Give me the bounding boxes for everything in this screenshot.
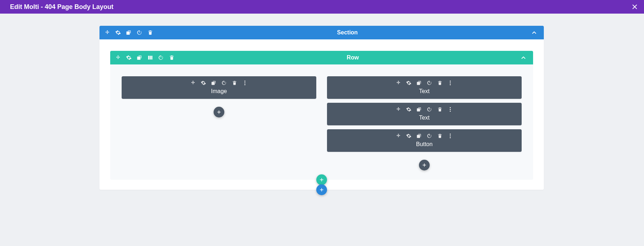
builder-canvas: Section Row (0, 14, 644, 190)
power-icon[interactable] (427, 80, 432, 86)
power-icon[interactable] (158, 55, 164, 61)
more-icon[interactable] (448, 107, 453, 112)
plus-icon (319, 187, 324, 192)
add-module-button[interactable] (419, 160, 430, 170)
duplicate-icon[interactable] (416, 133, 422, 139)
power-icon[interactable] (221, 80, 227, 86)
row-header-bar[interactable]: Row (110, 51, 533, 64)
more-icon[interactable] (180, 55, 185, 61)
plus-icon (422, 163, 427, 168)
module-label: Text (419, 115, 429, 121)
duplicate-icon[interactable] (416, 107, 422, 112)
module-toolbar (396, 133, 453, 139)
duplicate-icon[interactable] (211, 80, 216, 86)
column-2: Text T (327, 76, 522, 170)
collapse-section-button[interactable] (531, 29, 537, 36)
row-toolbar (115, 55, 185, 61)
add-row-button[interactable] (316, 174, 327, 185)
move-icon[interactable] (396, 133, 401, 139)
gear-icon[interactable] (406, 80, 411, 86)
plus-icon (319, 177, 324, 182)
gear-icon[interactable] (115, 30, 121, 35)
module-label: Button (416, 141, 433, 148)
trash-icon[interactable] (169, 55, 175, 61)
module-button[interactable]: Button (327, 129, 522, 152)
duplicate-icon[interactable] (416, 80, 422, 86)
section-header-bar[interactable]: Section (99, 26, 544, 39)
trash-icon[interactable] (437, 80, 443, 86)
row-columns: Image (122, 76, 522, 170)
module-image[interactable]: Image (122, 76, 316, 99)
columns-icon[interactable] (147, 55, 153, 61)
more-icon[interactable] (242, 80, 248, 86)
move-icon[interactable] (104, 30, 110, 35)
plus-icon (216, 110, 221, 115)
close-button[interactable] (630, 3, 639, 11)
row-body: Image (110, 64, 533, 180)
chevron-up-icon (531, 29, 537, 36)
section-label: Section (164, 29, 531, 36)
duplicate-icon[interactable] (137, 55, 142, 61)
module-text[interactable]: Text (327, 103, 522, 125)
add-section-button[interactable] (316, 184, 327, 195)
module-text[interactable]: Text (327, 76, 522, 99)
section-body: Row (99, 39, 544, 190)
move-icon[interactable] (190, 80, 196, 86)
trash-icon[interactable] (147, 30, 153, 35)
modal-title: Edit Molti - 404 Page Body Layout (10, 3, 630, 11)
add-module-button[interactable] (214, 107, 224, 117)
move-icon[interactable] (396, 80, 401, 86)
module-toolbar (396, 107, 453, 112)
power-icon[interactable] (137, 30, 142, 35)
move-icon[interactable] (115, 55, 121, 61)
section-toolbar (104, 30, 164, 35)
trash-icon[interactable] (437, 133, 443, 139)
section: Section Row (99, 26, 544, 190)
move-icon[interactable] (396, 107, 401, 112)
gear-icon[interactable] (406, 133, 411, 139)
collapse-row-button[interactable] (520, 54, 527, 61)
gear-icon[interactable] (126, 55, 132, 61)
gear-icon[interactable] (201, 80, 206, 86)
module-label: Text (419, 88, 429, 95)
more-icon[interactable] (158, 30, 164, 35)
more-icon[interactable] (448, 133, 453, 139)
module-toolbar (396, 80, 453, 86)
column-1: Image (122, 76, 316, 170)
row: Row (110, 51, 533, 180)
module-toolbar (190, 80, 248, 86)
row-label: Row (185, 54, 520, 61)
module-label: Image (211, 88, 227, 95)
gear-icon[interactable] (406, 107, 411, 112)
more-icon[interactable] (448, 80, 453, 86)
modal-header: Edit Molti - 404 Page Body Layout (0, 0, 644, 14)
trash-icon[interactable] (437, 107, 443, 112)
chevron-up-icon (520, 54, 527, 61)
power-icon[interactable] (427, 133, 432, 139)
duplicate-icon[interactable] (126, 30, 132, 35)
trash-icon[interactable] (232, 80, 237, 86)
power-icon[interactable] (427, 107, 432, 112)
close-icon (631, 4, 638, 10)
